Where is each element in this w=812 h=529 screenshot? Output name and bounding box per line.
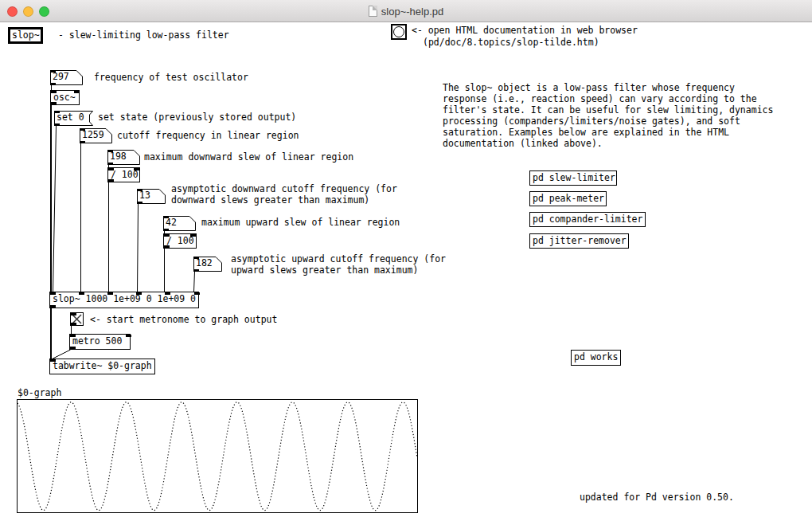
- inlet-nub: [134, 168, 139, 170]
- message-cord: [194, 272, 195, 292]
- patch-canvas: slop~297osc~set 01259198/ 1001342/ 10018…: [0, 0, 812, 529]
- inlet-nub: [74, 91, 80, 93]
- inlet-nub: [107, 292, 113, 295]
- open-docs-link-button[interactable]: [391, 24, 407, 40]
- outlet-nub: [164, 245, 170, 248]
- object-tabwrite-label: tabwrite~ $0-graph: [50, 359, 154, 373]
- numberbox-max-downward-slew[interactable]: 198: [107, 150, 140, 165]
- object-tabwrite: tabwrite~ $0-graph: [49, 359, 155, 374]
- outlet-nub: [51, 102, 57, 104]
- inlet-nub: [194, 292, 200, 295]
- inlet-nub: [163, 216, 169, 218]
- comment-asymptotic-down: asymptotic downward cutoff frequency (fo…: [171, 183, 397, 206]
- outlet-nub: [50, 305, 56, 308]
- message-cord: [53, 350, 71, 359]
- object-slop-main: slop~ 1000 1e+09 0 1e+09 0: [49, 292, 199, 308]
- subpatch-jitter-remover[interactable]: pd jitter-remover: [529, 233, 629, 249]
- array-graph: [17, 399, 418, 513]
- comment-asymptotic-up: asymptotic upward cutoff frequency (for …: [231, 253, 446, 276]
- inlet-nub: [70, 335, 76, 337]
- outlet-nub: [70, 347, 76, 349]
- numberbox-asymptotic-down-cutoff[interactable]: 13: [137, 189, 166, 204]
- inlet-nub: [126, 335, 131, 337]
- numberbox-test-frequency[interactable]: 297: [50, 70, 83, 85]
- inlet-nub: [80, 128, 85, 131]
- comment-main-description: The slop~ object is a low-pass filter wh…: [443, 82, 773, 149]
- comment-cutoff-frequency: cutoff frequency in linear region: [117, 130, 299, 141]
- outlet-nub: [71, 323, 76, 325]
- numberbox-asymptotic-up-cutoff[interactable]: 182: [193, 257, 222, 272]
- comment-test-frequency: frequency of test oscillator: [94, 72, 248, 83]
- sine-wave-trace: [18, 402, 417, 511]
- outlet-nub: [137, 202, 142, 204]
- message-cord: [53, 126, 57, 292]
- outlet-nub: [163, 229, 169, 231]
- comment-graph-label: $0-graph: [18, 387, 61, 398]
- comment-open-docs: <- open HTML documentation in web browse…: [412, 25, 638, 36]
- subpatch-works[interactable]: pd works: [571, 350, 621, 366]
- message-set-state-label: set 0: [54, 111, 93, 124]
- object-slop-main-label: slop~ 1000 1e+09 0 1e+09 0: [50, 292, 198, 306]
- comment-updated-version: updated for Pd version 0.50.: [580, 492, 734, 503]
- object-slop-title: slop~: [8, 27, 43, 44]
- object-divide-100-down: / 100: [107, 167, 140, 182]
- object-slop-title-label: slop~: [10, 29, 41, 41]
- inlet-nub: [50, 359, 56, 362]
- subpatch-works-label: pd works: [572, 351, 620, 364]
- outlet-nub: [54, 123, 60, 126]
- outlet-nub: [50, 83, 56, 85]
- inlet-nub: [50, 292, 56, 295]
- inlet-nub: [71, 313, 76, 315]
- subpatch-peak-meter-label: pd peak-meter: [530, 192, 606, 206]
- inlet-nub: [51, 91, 57, 93]
- outlet-nub: [80, 141, 85, 143]
- subpatch-compander-limiter-label: pd compander-limiter: [530, 213, 645, 226]
- numberbox-max-upward-slew[interactable]: 42: [163, 216, 196, 231]
- inlet-nub: [165, 292, 170, 295]
- subpatch-jitter-remover-label: pd jitter-remover: [530, 234, 628, 248]
- comment-max-down-slew: maximum downward slew of linear region: [144, 151, 353, 163]
- outlet-nub: [107, 163, 113, 165]
- circle-icon: [393, 26, 404, 37]
- inlet-nub: [137, 189, 142, 191]
- comment-max-up-slew: maximum upward slew of linear region: [201, 217, 400, 228]
- inlet-nub: [50, 70, 56, 72]
- comment-set-state: set state (previously stored output): [98, 112, 296, 123]
- inlet-nub: [136, 292, 142, 295]
- inlet-nub: [164, 234, 170, 237]
- outlet-nub: [108, 179, 114, 182]
- subpatch-slew-limiter[interactable]: pd slew-limiter: [529, 170, 617, 186]
- subpatch-slew-limiter-label: pd slew-limiter: [530, 171, 616, 185]
- inlet-nub: [193, 257, 199, 259]
- numberbox-cutoff-frequency[interactable]: 1259: [80, 128, 112, 143]
- toggle-start-metronome[interactable]: [70, 312, 84, 326]
- message-cord: [138, 204, 139, 292]
- inlet-nub: [190, 234, 196, 237]
- object-metro-label: metro 500: [70, 335, 130, 348]
- inlet-nub: [54, 111, 60, 113]
- outlet-nub: [193, 269, 199, 272]
- subpatch-compander-limiter[interactable]: pd compander-limiter: [529, 212, 646, 227]
- object-metro: metro 500: [69, 334, 131, 350]
- pd-patch-window: slop~-help.pd slop~297osc~set 01259198/ …: [0, 0, 812, 529]
- inlet-nub: [107, 150, 113, 152]
- message-set-state[interactable]: set 0: [54, 111, 93, 126]
- inlet-nub: [79, 292, 84, 295]
- comment-docs-path: (pd/doc/8.topics/slop-tilde.htm): [423, 37, 599, 48]
- object-osc: osc~: [50, 90, 80, 105]
- comment-start-metronome: <- start metronome to graph output: [90, 314, 277, 325]
- object-divide-100-up: / 100: [163, 233, 197, 249]
- subpatch-peak-meter[interactable]: pd peak-meter: [529, 191, 607, 206]
- comment-slop-description: - slew-limiting low-pass filter: [58, 29, 229, 41]
- inlet-nub: [108, 168, 114, 170]
